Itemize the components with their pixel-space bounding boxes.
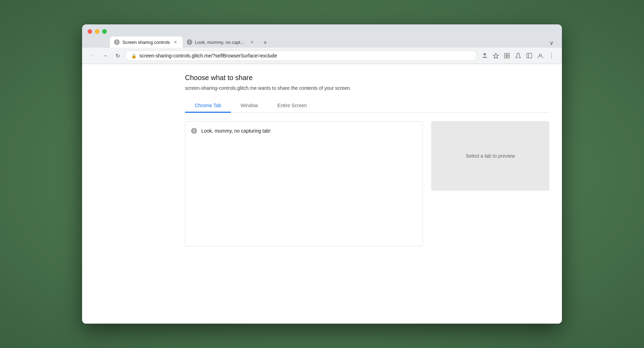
star-icon: [493, 53, 499, 59]
address-field[interactable]: 🔒 screen-sharing-controls.glitch.me/?sel…: [125, 50, 477, 61]
list-item-title: Look, mummy, no capturing tab!: [201, 128, 271, 134]
puzzle-icon: [504, 53, 510, 59]
tab2-favicon-icon: [187, 39, 192, 45]
back-button[interactable]: ←: [88, 51, 97, 61]
svg-rect-13: [507, 56, 509, 58]
more-button[interactable]: ⋮: [547, 51, 556, 61]
preview-panel: Select a tab to preview: [431, 121, 549, 246]
bookmark-button[interactable]: [491, 51, 501, 61]
dialog-title: Choose what to share: [185, 74, 549, 82]
main-area: Choose what to share screen-sharing-cont…: [172, 64, 562, 324]
list-item-favicon-icon: [191, 128, 197, 134]
maximize-window-button[interactable]: [102, 29, 107, 34]
browser-tab-2[interactable]: Look, mummy, no capturing ta ✕: [183, 37, 259, 48]
dialog-subtitle: screen-sharing-controls.glitch.me wants …: [185, 85, 549, 91]
forward-button[interactable]: →: [100, 51, 110, 61]
share-type-tabs: Chrome Tab Window Entire Screen: [185, 99, 549, 113]
address-text: screen-sharing-controls.glitch.me/?selfB…: [139, 53, 471, 58]
svg-point-17: [539, 54, 541, 56]
forward-icon: →: [102, 53, 108, 59]
close-window-button[interactable]: [88, 29, 92, 34]
more-icon: ⋮: [548, 52, 555, 60]
list-item[interactable]: Look, mummy, no capturing tab!: [185, 124, 422, 137]
share-content: Look, mummy, no capturing tab! Select a …: [185, 121, 549, 246]
browser-tab-1[interactable]: Screen sharing controls ✕: [110, 37, 183, 48]
toolbar-icons: ⋮: [480, 51, 556, 61]
sidebar-left: [82, 64, 172, 324]
tab-list-panel: Look, mummy, no capturing tab!: [185, 121, 423, 246]
minimize-window-button[interactable]: [95, 29, 99, 34]
share-page-button[interactable]: [480, 51, 490, 61]
tab2-title: Look, mummy, no capturing ta: [195, 40, 247, 45]
tab-chrome-tab[interactable]: Chrome Tab: [185, 99, 231, 113]
entire-screen-label: Entire Screen: [277, 103, 307, 108]
flask-icon: [515, 53, 521, 59]
sidebar-button[interactable]: [524, 51, 534, 61]
tab-list-button[interactable]: ∨: [547, 38, 556, 48]
traffic-lights-row: [82, 24, 562, 34]
reload-button[interactable]: ↻: [113, 51, 122, 61]
tab1-title: Screen sharing controls: [122, 40, 170, 45]
preview-placeholder: Select a tab to preview: [466, 153, 515, 159]
tab-entire-screen[interactable]: Entire Screen: [268, 99, 317, 113]
lock-icon: 🔒: [131, 53, 137, 58]
window-tab-label: Window: [241, 103, 258, 108]
tab-window[interactable]: Window: [231, 99, 268, 113]
chrome-tab-label: Chrome Tab: [195, 103, 221, 108]
svg-rect-15: [527, 53, 532, 58]
svg-rect-12: [505, 56, 507, 58]
sidebar-icon: [526, 53, 532, 59]
browser-content: Choose what to share screen-sharing-cont…: [82, 64, 562, 324]
tab1-favicon-icon: [114, 39, 120, 45]
back-icon: ←: [90, 53, 95, 59]
share-icon: [482, 53, 488, 59]
profile-button[interactable]: [536, 51, 545, 61]
chevron-down-icon: ∨: [549, 40, 554, 46]
svg-rect-11: [507, 53, 509, 55]
tabs-row: Screen sharing controls ✕ Look, mummy, n…: [82, 34, 562, 48]
new-tab-button[interactable]: +: [260, 38, 270, 48]
reload-icon: ↻: [115, 53, 120, 59]
profile-icon: [537, 53, 544, 59]
tab2-close-button[interactable]: ✕: [249, 39, 255, 45]
title-bar: Screen sharing controls ✕ Look, mummy, n…: [82, 24, 562, 48]
preview-box: Select a tab to preview: [431, 121, 549, 191]
flask-button[interactable]: [513, 51, 523, 61]
tab1-close-button[interactable]: ✕: [173, 39, 178, 45]
address-bar-row: ← → ↻ 🔒 screen-sharing-controls.glitch.m…: [82, 48, 562, 64]
svg-rect-10: [505, 53, 507, 55]
browser-window: Screen sharing controls ✕ Look, mummy, n…: [82, 24, 562, 324]
extensions-button[interactable]: [502, 51, 512, 61]
